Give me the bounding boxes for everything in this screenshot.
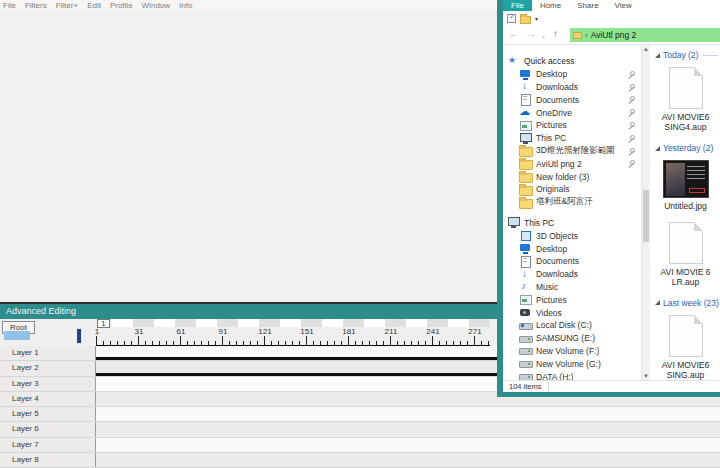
folder-icon	[573, 32, 582, 39]
ruler-label: 1	[87, 327, 107, 336]
sidebar-item[interactable]: OneDrive	[503, 106, 640, 119]
sidebar-item[interactable]: 塔利班&阿富汗	[503, 196, 640, 209]
menu-item[interactable]: Filters	[25, 1, 47, 10]
ruler-label: 151	[297, 327, 317, 336]
timeline-cursor-bar[interactable]	[77, 329, 81, 343]
page-fold	[694, 67, 703, 76]
sidebar-item[interactable]: Documents	[503, 255, 640, 268]
group-header[interactable]: Today (2)	[651, 50, 720, 60]
sidebar-quick-access-header[interactable]: Quick access	[503, 55, 640, 68]
ribbon-tab[interactable]: View	[607, 0, 640, 11]
file-item[interactable]: AVI MOVIE6 SING4.aup	[651, 67, 720, 132]
downloads-icon	[519, 269, 532, 280]
sidebar-item[interactable]: Music	[503, 281, 640, 294]
new-folder-icon[interactable]	[520, 16, 531, 24]
forward-icon[interactable]: →	[526, 28, 536, 39]
videos-icon	[519, 307, 532, 318]
desktop-icon	[519, 243, 532, 254]
drive-os-icon	[519, 320, 532, 331]
ribbon-tab[interactable]: Home	[532, 0, 569, 11]
timeline-title[interactable]: Advanced Editing	[0, 304, 497, 319]
layer-track[interactable]	[96, 438, 720, 452]
thumb-dark-icon	[663, 160, 709, 198]
doc-icon	[669, 67, 703, 109]
chevron-down-icon[interactable]: ⌄	[541, 32, 546, 39]
layer-label[interactable]: Layer 5	[0, 407, 96, 421]
file-item[interactable]: AVI MOVIE6 SING.aup	[651, 315, 720, 380]
3d-icon	[519, 230, 532, 241]
menu-item[interactable]: Profile	[110, 1, 133, 10]
file-item[interactable]: AVI MOVIE 6 LR.aup	[651, 222, 720, 287]
file-entry: AVI MOVIE6 SING4.aup	[651, 63, 720, 138]
group-collapse-icon[interactable]	[655, 300, 660, 305]
sidebar-item[interactable]: Desktop	[503, 242, 640, 255]
menu-item[interactable]: Filter+	[56, 1, 78, 10]
layer-label[interactable]: Layer 4	[0, 392, 96, 406]
sidebar-item[interactable]: Downloads	[503, 268, 640, 281]
file-entry: AVI MOVIE6 SING.aup	[651, 311, 720, 380]
pin-icon	[628, 71, 635, 78]
layer-label[interactable]: Layer 1	[0, 346, 96, 360]
up-icon[interactable]: ↑	[553, 28, 558, 39]
sidebar-this-pc-header[interactable]: This PC	[503, 217, 640, 230]
sidebar-item[interactable]: SAMSUNG (E:)	[503, 332, 640, 345]
scroll-up-icon[interactable]: ▲	[642, 46, 650, 52]
layer-label[interactable]: Layer 7	[0, 438, 96, 452]
ruler-label: 241	[423, 327, 443, 336]
menu-item[interactable]: Window	[142, 1, 170, 10]
file-item[interactable]: Untitled.jpg	[651, 160, 720, 211]
sidebar-item[interactable]: 3D Objects	[503, 229, 640, 242]
sidebar-item[interactable]: Videos	[503, 306, 640, 319]
layer-label[interactable]: Layer 3	[0, 377, 96, 391]
explorer-window: FileHomeShareView ▾ ← → ⌄ ↑ › AviUtl png…	[497, 0, 720, 397]
group-collapse-icon[interactable]	[655, 146, 660, 151]
file-entry: Untitled.jpg	[651, 156, 720, 217]
back-icon[interactable]: ←	[509, 28, 519, 39]
scrollbar-thumb[interactable]	[643, 190, 649, 242]
layer-track[interactable]	[96, 407, 720, 421]
sidebar-item[interactable]: New Volume (G:)	[503, 357, 640, 370]
address-text: AviUtl png 2	[591, 30, 637, 40]
sidebar-item[interactable]: This PC	[503, 132, 640, 145]
sidebar-item[interactable]: Downloads	[503, 81, 640, 94]
properties-icon[interactable]	[507, 14, 516, 23]
layer-track[interactable]	[96, 422, 720, 436]
doc-icon	[669, 222, 703, 264]
ribbon-tab[interactable]: Share	[569, 0, 606, 11]
editor-canvas[interactable]	[0, 11, 497, 302]
sidebar-item[interactable]: Local Disk (C:)	[503, 319, 640, 332]
address-bar[interactable]: › AviUtl png 2	[570, 28, 720, 42]
timeline-range-strip[interactable]	[112, 319, 490, 327]
timeline-layer-row: Layer 7	[0, 438, 720, 453]
menu-item[interactable]: Info	[179, 1, 192, 10]
app-menubar: FileFiltersFilter+EditProfileWindowInfo	[0, 0, 497, 11]
pin-icon	[628, 148, 635, 155]
documents-icon	[519, 256, 532, 267]
scroll-down-icon[interactable]: ▼	[642, 373, 650, 379]
screen: FileFiltersFilter+EditProfileWindowInfo …	[0, 0, 720, 468]
sidebar-item[interactable]: Originals	[503, 183, 640, 196]
timeline-selection-indicator[interactable]	[4, 331, 30, 340]
group-header[interactable]: Last week (23)	[651, 298, 720, 308]
sidebar-item[interactable]: Pictures	[503, 119, 640, 132]
sidebar-scrollbar[interactable]: ▲ ▼	[641, 45, 650, 380]
pin-icon	[628, 160, 635, 167]
layer-track[interactable]	[96, 453, 720, 467]
layer-label[interactable]: Layer 8	[0, 453, 96, 467]
group-collapse-icon[interactable]	[655, 53, 660, 58]
sidebar-item[interactable]: DATA (H:)	[503, 370, 640, 380]
group-header[interactable]: Yesterday (2)	[651, 143, 720, 153]
documents-icon	[519, 94, 532, 105]
layer-label[interactable]: Layer 2	[0, 361, 96, 375]
menu-item[interactable]: Edit	[87, 1, 101, 10]
ribbon-tab[interactable]: File	[503, 0, 532, 11]
layer-label[interactable]: Layer 6	[0, 422, 96, 436]
sidebar-item[interactable]: AviUtl png 2	[503, 157, 640, 170]
menu-item[interactable]: File	[3, 1, 16, 10]
sidebar-item[interactable]: Desktop	[503, 68, 640, 81]
sidebar-item[interactable]: New folder (3)	[503, 170, 640, 183]
qat-dropdown-icon[interactable]: ▾	[535, 15, 538, 22]
sidebar-item[interactable]: New Volume (F:)	[503, 345, 640, 358]
sidebar-item[interactable]: Pictures	[503, 293, 640, 306]
sidebar-item[interactable]: 3D燈光照射陰影範圍	[503, 145, 640, 158]
